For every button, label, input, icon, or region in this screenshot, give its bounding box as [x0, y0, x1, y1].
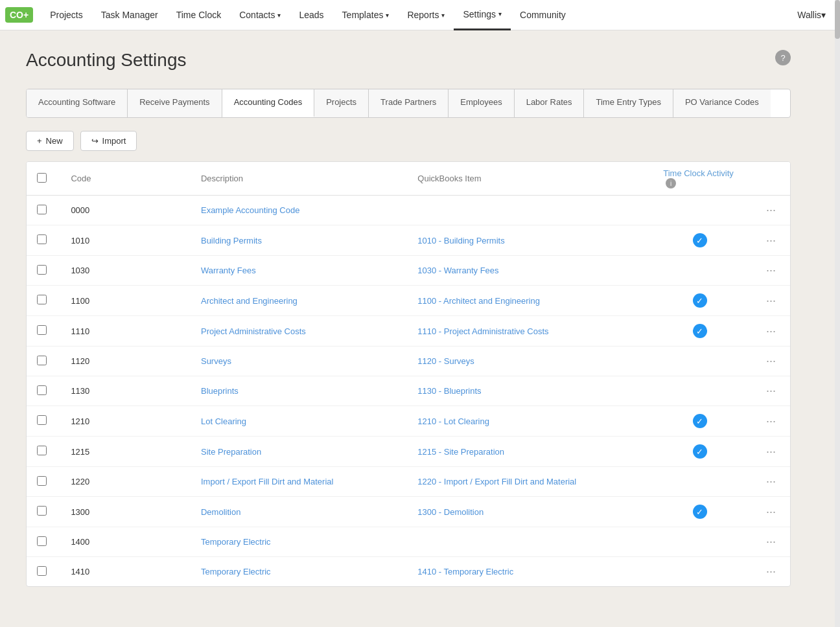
nav-item-projects[interactable]: Projects	[41, 0, 92, 30]
user-chevron-icon: ▾	[821, 10, 826, 20]
row-checkbox[interactable]	[37, 506, 47, 516]
description-cell[interactable]: Site Preparation	[191, 437, 407, 467]
nav-item-contacts[interactable]: Contacts▾	[230, 0, 290, 30]
chevron-down-icon: ▾	[441, 12, 445, 19]
code-cell: 1410	[60, 557, 191, 587]
tab-po-variance-codes[interactable]: PO Variance Codes	[673, 89, 771, 117]
row-actions-button[interactable]: ···	[762, 323, 780, 339]
description-cell[interactable]: Temporary Electric	[191, 557, 407, 587]
row-checkbox[interactable]	[37, 566, 47, 576]
row-actions-button[interactable]: ···	[762, 564, 780, 579]
description-cell[interactable]: Temporary Electric	[191, 527, 407, 557]
scrollbar-track[interactable]	[835, 0, 840, 606]
quickbooks-cell: 1220 - Import / Export Fill Dirt and Mat…	[407, 467, 653, 497]
nav-item-task-manager[interactable]: Task Manager	[92, 0, 167, 30]
row-checkbox[interactable]	[37, 265, 47, 275]
row-checkbox[interactable]	[37, 476, 47, 486]
time-clock-info-icon[interactable]: i	[666, 178, 676, 188]
nav-bar: CO+ ProjectsTask ManagerTime ClockContac…	[0, 0, 840, 30]
tab-employees[interactable]: Employees	[449, 89, 514, 117]
select-all-checkbox[interactable]	[37, 173, 47, 183]
row-actions-cell: ···	[747, 316, 790, 347]
time-clock-activity-cell	[653, 256, 747, 286]
quickbooks-cell: 1030 - Warranty Fees	[407, 256, 653, 286]
time-clock-check-icon: ✓	[693, 324, 707, 338]
quickbooks-cell: 1410 - Temporary Electric	[407, 557, 653, 587]
row-actions-cell: ···	[747, 497, 790, 527]
row-checkbox[interactable]	[37, 295, 47, 304]
tab-labor-rates[interactable]: Labor Rates	[515, 89, 585, 117]
row-actions-button[interactable]: ···	[762, 293, 780, 308]
description-cell[interactable]: Warranty Fees	[191, 256, 407, 286]
description-cell[interactable]: Building Permits	[191, 225, 407, 256]
description-cell[interactable]: Demolition	[191, 497, 407, 527]
tab-time-entry-types[interactable]: Time Entry Types	[584, 89, 673, 117]
user-menu[interactable]: Wallis ▾	[788, 0, 835, 30]
row-actions-cell: ···	[747, 256, 790, 286]
row-actions-cell: ···	[747, 406, 790, 437]
tab-trade-partners[interactable]: Trade Partners	[369, 89, 449, 117]
row-checkbox[interactable]	[37, 446, 47, 455]
nav-item-templates[interactable]: Templates▾	[333, 0, 399, 30]
row-actions-button[interactable]: ···	[762, 353, 780, 369]
table-row: 0000Example Accounting Code···	[27, 196, 790, 225]
description-cell[interactable]: Import / Export Fill Dirt and Material	[191, 467, 407, 497]
row-checkbox[interactable]	[37, 205, 47, 214]
row-checkbox[interactable]	[37, 356, 47, 365]
nav-item-leads[interactable]: Leads	[290, 0, 332, 30]
description-cell[interactable]: Lot Clearing	[191, 406, 407, 437]
row-actions-button[interactable]: ···	[762, 233, 780, 248]
code-cell: 0000	[60, 196, 191, 225]
row-actions-button[interactable]: ···	[762, 383, 780, 398]
row-actions-button[interactable]: ···	[762, 504, 780, 519]
row-checkbox[interactable]	[37, 325, 47, 335]
description-cell[interactable]: Blueprints	[191, 376, 407, 406]
code-cell: 1030	[60, 256, 191, 286]
logo[interactable]: CO+	[5, 7, 33, 23]
time-clock-activity-cell: ✓	[653, 406, 747, 437]
table-row: 1300Demolition1300 - Demolition✓···	[27, 497, 790, 527]
time-clock-activity-cell	[653, 376, 747, 406]
row-actions-button[interactable]: ···	[762, 262, 780, 278]
description-cell[interactable]: Surveys	[191, 347, 407, 376]
code-cell: 1400	[60, 527, 191, 557]
user-name: Wallis	[797, 10, 821, 20]
row-actions-button[interactable]: ···	[762, 413, 780, 429]
nav-item-time-clock[interactable]: Time Clock	[167, 0, 231, 30]
accounting-codes-table: Code Description QuickBooks Item Time Cl…	[27, 162, 790, 587]
code-cell: 1215	[60, 437, 191, 467]
code-cell: 1120	[60, 347, 191, 376]
row-checkbox[interactable]	[37, 415, 47, 425]
tab-accounting-codes[interactable]: Accounting Codes	[222, 89, 315, 117]
row-checkbox[interactable]	[37, 234, 47, 244]
time-clock-activity-cell: ✓	[653, 225, 747, 256]
tab-accounting-software[interactable]: Accounting Software	[27, 89, 128, 117]
time-clock-check-icon: ✓	[693, 414, 707, 428]
row-actions-cell: ···	[747, 467, 790, 497]
scrollbar-thumb[interactable]	[835, 0, 840, 39]
row-actions-button[interactable]: ···	[762, 534, 780, 549]
import-button[interactable]: ↪ Import	[80, 131, 137, 151]
table-row: 1400Temporary Electric···	[27, 527, 790, 557]
row-actions-cell: ···	[747, 557, 790, 587]
nav-item-reports[interactable]: Reports▾	[398, 0, 454, 30]
help-icon[interactable]: ?	[775, 50, 791, 65]
new-button[interactable]: + New	[26, 131, 74, 151]
description-cell[interactable]: Example Accounting Code	[191, 196, 407, 225]
description-cell[interactable]: Project Administrative Costs	[191, 316, 407, 347]
row-actions-cell: ···	[747, 225, 790, 256]
actions-header	[747, 162, 790, 196]
time-clock-check-icon: ✓	[693, 293, 707, 308]
tab-projects[interactable]: Projects	[314, 89, 369, 117]
tab-receive-payments[interactable]: Receive Payments	[128, 89, 222, 117]
quickbooks-cell: 1215 - Site Preparation	[407, 437, 653, 467]
row-actions-button[interactable]: ···	[762, 473, 780, 489]
row-checkbox[interactable]	[37, 536, 47, 546]
row-actions-button[interactable]: ···	[762, 202, 780, 218]
nav-item-community[interactable]: Community	[511, 0, 575, 30]
description-cell[interactable]: Architect and Engineering	[191, 286, 407, 316]
quickbooks-cell: 1210 - Lot Clearing	[407, 406, 653, 437]
row-checkbox[interactable]	[37, 385, 47, 395]
row-actions-button[interactable]: ···	[762, 444, 780, 459]
nav-item-settings[interactable]: Settings▾	[454, 0, 511, 30]
